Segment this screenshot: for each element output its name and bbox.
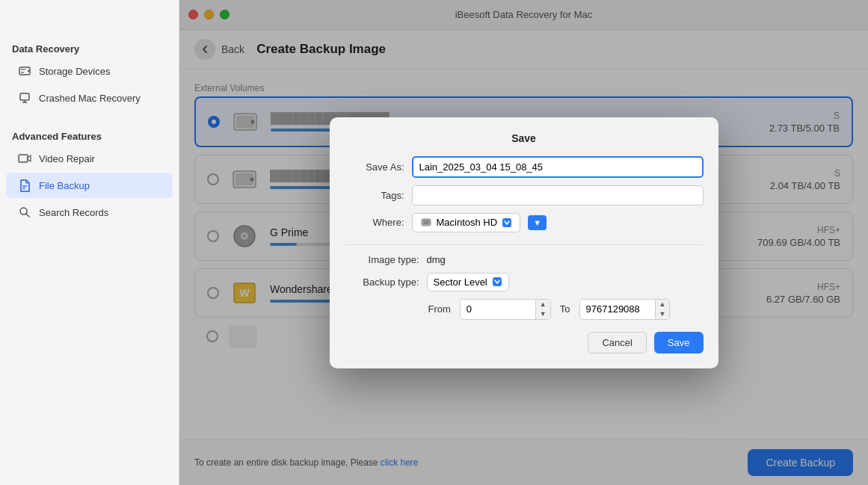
- save-as-row: Save As:: [345, 156, 704, 178]
- video-repair-icon: [18, 152, 31, 165]
- modal-buttons: Cancel Save: [345, 332, 704, 353]
- image-type-label: Image type:: [352, 254, 419, 265]
- advanced-features-section: Advanced Features: [0, 123, 179, 145]
- file-backup-icon: [18, 179, 31, 192]
- search-records-icon: [18, 206, 31, 219]
- svg-point-1: [28, 70, 29, 72]
- sidebar-item-crashed-mac-label: Crashed Mac Recovery: [39, 93, 141, 104]
- where-row: Where: Macintosh HD ▼: [345, 213, 704, 232]
- svg-rect-25: [502, 218, 511, 227]
- where-label: Where:: [345, 217, 404, 228]
- svg-line-11: [26, 214, 30, 217]
- from-step-up[interactable]: ▲: [536, 300, 550, 309]
- svg-rect-7: [19, 155, 28, 162]
- sidebar-item-crashed-mac[interactable]: Crashed Mac Recovery: [6, 85, 173, 111]
- svg-rect-4: [20, 93, 29, 100]
- tags-label: Tags:: [345, 190, 404, 201]
- tags-row: Tags:: [345, 185, 704, 206]
- from-stepper: ▲ ▼: [535, 300, 550, 319]
- svg-rect-26: [493, 277, 502, 286]
- sidebar-item-video-repair[interactable]: Video Repair: [6, 146, 173, 171]
- main-content: iBeesoft Data Recovery for Mac Back Crea…: [179, 0, 868, 485]
- modal-title: Save: [345, 132, 704, 144]
- where-select[interactable]: Macintosh HD: [412, 213, 521, 232]
- to-step-down[interactable]: ▼: [656, 309, 670, 319]
- to-label: To: [560, 303, 570, 315]
- to-step-up[interactable]: ▲: [656, 300, 670, 309]
- sidebar-item-file-backup[interactable]: File Backup: [6, 173, 173, 198]
- modal-divider: [345, 244, 704, 245]
- storage-devices-icon: [18, 64, 31, 78]
- from-input[interactable]: [461, 300, 535, 318]
- image-type-row: Image type: dmg: [345, 254, 704, 265]
- save-as-input[interactable]: [412, 156, 704, 178]
- where-expand-btn[interactable]: ▼: [528, 215, 547, 230]
- sidebar-item-search-records[interactable]: Search Records: [6, 200, 173, 225]
- backup-type-row: Backup type: Sector Level: [345, 273, 704, 291]
- from-step-down[interactable]: ▼: [536, 309, 550, 319]
- image-type-value: dmg: [427, 254, 446, 265]
- svg-rect-24: [423, 220, 429, 224]
- save-modal: Save Save As: Tags: Where: Macin: [330, 117, 718, 368]
- crashed-mac-icon: [18, 91, 31, 105]
- modal-overlay: Save Save As: Tags: Where: Macin: [179, 0, 868, 485]
- to-input-wrap: ▲ ▼: [579, 299, 671, 320]
- backup-type-value: Sector Level: [434, 277, 487, 288]
- sidebar-item-search-records-label: Search Records: [39, 207, 108, 218]
- tags-input[interactable]: [412, 185, 704, 206]
- where-value: Macintosh HD: [437, 217, 498, 228]
- backup-type-select[interactable]: Sector Level: [427, 273, 509, 291]
- from-label: From: [428, 303, 451, 315]
- sidebar-item-file-backup-label: File Backup: [39, 180, 90, 191]
- save-button[interactable]: Save: [654, 332, 704, 353]
- data-recovery-section: Data Recovery: [0, 36, 179, 58]
- from-input-wrap: ▲ ▼: [460, 299, 551, 320]
- sidebar: Data Recovery Storage Devices Crashed Ma…: [0, 0, 179, 485]
- from-to-row: From ▲ ▼ To ▲ ▼: [345, 299, 704, 320]
- sidebar-item-video-repair-label: Video Repair: [39, 153, 95, 164]
- sidebar-item-storage-devices-label: Storage Devices: [39, 66, 110, 77]
- to-stepper: ▲ ▼: [655, 300, 670, 319]
- save-as-label: Save As:: [345, 161, 404, 173]
- backup-type-label: Backup type:: [352, 277, 419, 288]
- sidebar-item-storage-devices[interactable]: Storage Devices: [6, 58, 173, 84]
- to-input[interactable]: [580, 300, 655, 318]
- cancel-button[interactable]: Cancel: [588, 332, 646, 353]
